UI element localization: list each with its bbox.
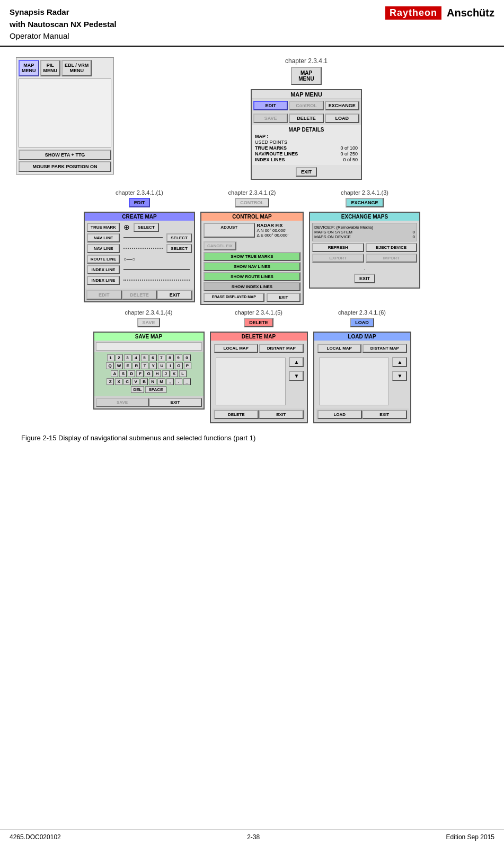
edit-top-button[interactable]: EDIT (129, 198, 151, 207)
adjust-button[interactable]: ADJUST (204, 223, 255, 238)
key-z[interactable]: Z (107, 378, 114, 385)
key-x[interactable]: X (115, 378, 122, 385)
delete-top-button[interactable]: DELETE (244, 318, 273, 327)
key-comma[interactable]: , (166, 378, 174, 385)
key-t[interactable]: T (141, 362, 148, 369)
select-button-1[interactable]: SELECT (134, 223, 159, 232)
key-u[interactable]: U (158, 362, 165, 369)
key-0[interactable]: 0 (183, 354, 191, 361)
index-line-button-1[interactable]: INDEX LINE (87, 265, 120, 274)
control-top-button[interactable]: CONTROL (235, 198, 269, 207)
delete-button[interactable]: DELETE (289, 114, 323, 123)
key-n[interactable]: N (149, 378, 156, 385)
key-m[interactable]: M (157, 378, 165, 385)
distant-map-button[interactable]: DISTANT MAP (259, 344, 304, 353)
exit-delete-button[interactable]: EXIT (259, 410, 304, 419)
exit-load-button[interactable]: EXIT (362, 410, 407, 419)
local-map-button[interactable]: LOCAL MAP (214, 344, 259, 353)
key-p[interactable]: P (184, 362, 191, 369)
refresh-button[interactable]: REFRESH (312, 243, 364, 252)
exchange-button[interactable]: EXCHANGE (325, 101, 359, 110)
key-5[interactable]: 5 (141, 354, 148, 361)
key-h[interactable]: H (154, 370, 161, 377)
key-6[interactable]: 6 (149, 354, 157, 361)
key-period[interactable]: . (175, 378, 182, 385)
save-button[interactable]: SAVE (253, 114, 288, 123)
show-eta-button[interactable]: SHOW ETA + TTG (19, 150, 111, 160)
true-mark-button[interactable]: TRUE MARK (87, 223, 120, 232)
key-y[interactable]: Y (149, 362, 157, 369)
key-1[interactable]: 1 (107, 354, 114, 361)
show-route-lines-button[interactable]: SHOW ROUTE LINES (204, 272, 300, 281)
space-button[interactable]: SPACE (145, 386, 166, 393)
key-e[interactable]: E (124, 362, 131, 369)
key-v[interactable]: V (132, 378, 139, 385)
nav-line-button-2[interactable]: NAV LINE (87, 244, 120, 253)
exchange-top-button[interactable]: EXCHANGE (346, 198, 383, 207)
show-index-lines-button[interactable]: SHOW INDEX LINES (204, 282, 300, 291)
save-name-field[interactable] (96, 342, 202, 351)
key-a[interactable]: A (111, 370, 118, 377)
map-menu-button[interactable]: MAPMENU (19, 60, 39, 77)
key-3[interactable]: 3 (124, 354, 131, 361)
mouse-park-button[interactable]: MOUSE PARK POSITION ON (19, 161, 111, 172)
index-line-button-2[interactable]: INDEX LINE (87, 276, 120, 285)
show-true-marks-button[interactable]: SHOW TRUE MARKS (204, 252, 300, 261)
load-distant-map-button[interactable]: DISTANT MAP (362, 344, 407, 353)
scroll-up-button[interactable]: ▲ (289, 357, 304, 367)
route-line-button[interactable]: ROUTE LINE (87, 255, 120, 264)
map-menu-top-button[interactable]: MAPMENU (291, 67, 321, 85)
key-7[interactable]: 7 (158, 354, 165, 361)
nav-line-button-1[interactable]: NAV LINE (87, 233, 120, 242)
exit-bottom-save[interactable]: EXIT (149, 398, 202, 407)
save-top-button[interactable]: SAVE (137, 318, 161, 327)
select-button-2[interactable]: SELECT (166, 233, 192, 242)
save-bottom-button[interactable]: SAVE (96, 398, 149, 407)
key-9[interactable]: 9 (175, 354, 182, 361)
edit-button[interactable]: EDIT (253, 101, 288, 110)
delete-bottom-button[interactable]: DELETE (122, 290, 157, 300)
key-d[interactable]: D (128, 370, 135, 377)
key-o[interactable]: O (175, 362, 182, 369)
key-r[interactable]: R (132, 362, 140, 369)
key-8[interactable]: 8 (166, 354, 174, 361)
edit-bottom-button[interactable]: EDIT (86, 290, 122, 300)
key-f[interactable]: F (136, 370, 144, 377)
key-underscore[interactable]: _ (183, 378, 191, 385)
key-w[interactable]: W (115, 362, 123, 369)
exit-bottom-button[interactable]: EXIT (157, 290, 192, 300)
import-button[interactable]: IMPORT (366, 254, 418, 263)
delete-action-button[interactable]: DELETE (214, 410, 259, 419)
ebl-vrm-menu-button[interactable]: EBL / VRMMENU (61, 60, 92, 77)
export-button[interactable]: EXPORT (312, 254, 364, 263)
control-button[interactable]: ContROL (289, 101, 323, 110)
load-top-button[interactable]: LOAD (350, 318, 374, 327)
key-b[interactable]: B (140, 378, 148, 385)
key-s[interactable]: S (119, 370, 127, 377)
key-i[interactable]: I (166, 362, 174, 369)
select-button-3[interactable]: SELECT (166, 244, 192, 253)
show-nav-lines-button[interactable]: SHOW NAV LINES (204, 262, 300, 271)
del-button[interactable]: DEL (131, 386, 144, 393)
load-action-button[interactable]: LOAD (317, 410, 362, 419)
load-button[interactable]: LOAD (325, 114, 359, 123)
cancel-fix-button[interactable]: CANCEL FIX (204, 241, 236, 250)
load-local-map-button[interactable]: LOCAL MAP (317, 344, 362, 353)
key-c[interactable]: C (123, 378, 131, 385)
load-scroll-up-button[interactable]: ▲ (392, 357, 407, 367)
scroll-down-button[interactable]: ▼ (289, 371, 304, 381)
load-scroll-down-button[interactable]: ▼ (392, 371, 407, 381)
exit-button-exchange[interactable]: EXIT (354, 274, 375, 283)
eject-button[interactable]: EJECT DEVICE (366, 243, 418, 252)
key-j[interactable]: J (162, 370, 170, 377)
exit-button-control[interactable]: EXIT (267, 293, 300, 302)
erase-button[interactable]: ERASE DISPLAYED MAP (204, 293, 264, 302)
key-g[interactable]: G (145, 370, 152, 377)
exit-button[interactable]: EXIT (296, 167, 317, 177)
key-4[interactable]: 4 (132, 354, 140, 361)
key-q[interactable]: Q (106, 362, 113, 369)
key-k[interactable]: K (171, 370, 178, 377)
pil-menu-button[interactable]: PILMENU (40, 60, 61, 77)
key-2[interactable]: 2 (116, 354, 123, 361)
key-l[interactable]: L (179, 370, 187, 377)
